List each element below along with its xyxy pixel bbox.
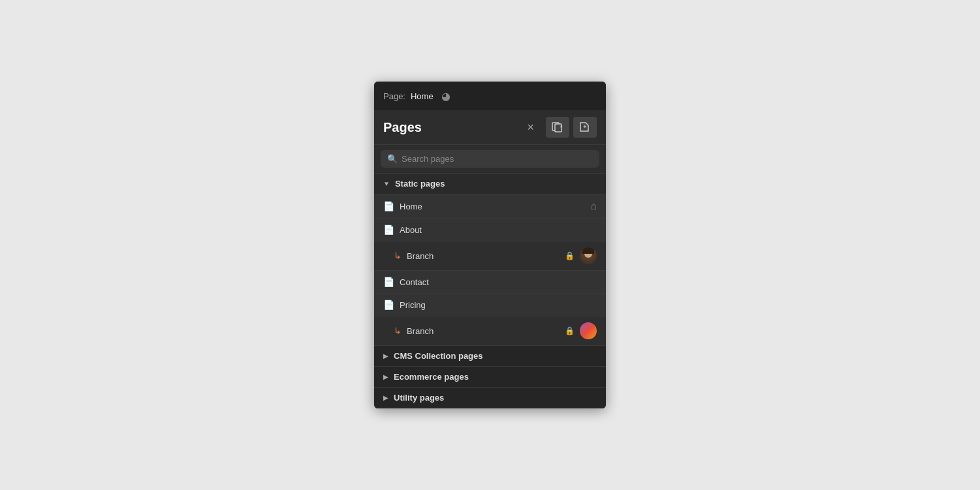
add-page-button[interactable]: +	[573, 117, 597, 138]
search-input[interactable]	[402, 154, 593, 164]
import-icon: +	[552, 122, 563, 132]
cms-section-header[interactable]: ▶ CMS Collection pages	[374, 346, 606, 367]
search-input-wrap[interactable]: 🔍	[381, 150, 599, 168]
lock-icon: 🔒	[565, 326, 575, 335]
page-item-home[interactable]: 📄 Home ⌂	[374, 194, 606, 219]
chevron-right-icon: ▶	[383, 394, 388, 401]
page-name-pricing: Pricing	[400, 300, 597, 310]
add-page-icon: +	[579, 122, 591, 132]
page-file-icon: 📄	[383, 299, 394, 310]
page-name-about: About	[400, 225, 597, 235]
branch-name-about: Branch	[407, 251, 557, 261]
avatar-about-branch	[580, 247, 597, 264]
import-page-button[interactable]: +	[546, 117, 569, 138]
ecommerce-pages-label: Ecommerce pages	[394, 372, 469, 382]
avatar-pricing-branch	[580, 322, 597, 339]
branch-arrow-icon: ↳	[394, 251, 402, 261]
utility-section-header[interactable]: ▶ Utility pages	[374, 388, 606, 408]
branch-arrow-icon: ↳	[394, 326, 402, 336]
svg-text:+: +	[560, 124, 563, 130]
eye-icon[interactable]: ◕	[441, 90, 450, 102]
branch-item-pricing[interactable]: ↳ Branch 🔒	[374, 316, 606, 346]
cms-pages-label: CMS Collection pages	[394, 351, 483, 361]
pages-panel: Page: Home ◕ Pages × + + 🔍 ▼ St	[374, 82, 606, 408]
ecommerce-section-header[interactable]: ▶ Ecommerce pages	[374, 367, 606, 388]
static-pages-section-header[interactable]: ▼ Static pages	[374, 174, 606, 194]
search-bar: 🔍	[374, 145, 606, 174]
static-pages-label: Static pages	[395, 179, 445, 189]
home-icon: ⌂	[590, 200, 597, 212]
page-item-about[interactable]: 📄 About	[374, 219, 606, 241]
page-file-icon: 📄	[383, 201, 394, 211]
current-page: Home	[411, 91, 434, 101]
page-name-home: Home	[400, 202, 585, 211]
panel-title: Pages	[383, 120, 527, 135]
page-item-pricing[interactable]: 📄 Pricing	[374, 294, 606, 316]
svg-text:+: +	[583, 123, 586, 130]
panel-header: Pages × + +	[374, 110, 606, 145]
chevron-down-icon: ▼	[383, 180, 390, 187]
top-bar: Page: Home ◕	[374, 82, 606, 110]
page-file-icon: 📄	[383, 277, 394, 287]
page-item-contact[interactable]: 📄 Contact	[374, 271, 606, 294]
utility-pages-label: Utility pages	[394, 393, 444, 403]
chevron-right-icon: ▶	[383, 352, 388, 360]
branch-item-about[interactable]: ↳ Branch 🔒	[374, 241, 606, 271]
page-label: Page:	[383, 91, 405, 101]
search-icon: 🔍	[387, 154, 398, 164]
close-button[interactable]: ×	[527, 121, 534, 134]
lock-icon: 🔒	[565, 251, 575, 260]
branch-name-pricing: Branch	[407, 326, 557, 336]
page-name-contact: Contact	[400, 277, 597, 287]
page-file-icon: 📄	[383, 224, 394, 235]
chevron-right-icon: ▶	[383, 373, 388, 380]
